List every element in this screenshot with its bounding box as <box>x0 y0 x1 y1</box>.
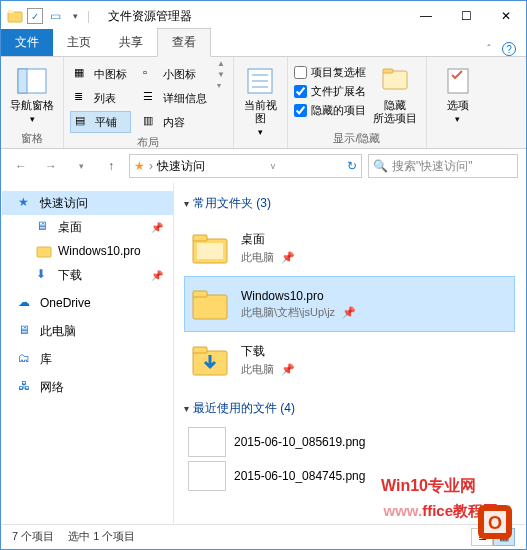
pin-icon: 📌 <box>151 270 163 281</box>
view-details-button[interactable]: ≣ <box>471 528 493 546</box>
tree-network[interactable]: 🖧 网络 <box>2 375 173 399</box>
pc-icon: 🖥 <box>18 323 34 339</box>
options-button[interactable]: 选项▾ <box>433 59 483 126</box>
search-placeholder: 搜索"快速访问" <box>392 158 473 175</box>
scroll-up-icon[interactable]: ▲ <box>217 59 225 68</box>
section-recent-files[interactable]: ▾ 最近使用的文件 (4) <box>184 400 515 417</box>
folder-item[interactable]: Windows10.pro此电脑\文档\jsUp\jz 📌 <box>184 276 515 332</box>
svg-rect-15 <box>193 295 227 319</box>
ribbon-group-showhide: 项目复选框 文件扩展名 隐藏的项目 隐藏所选项目 显示/隐藏 <box>288 57 427 148</box>
status-selected-count: 选中 1 个项目 <box>68 529 135 544</box>
refresh-button[interactable]: ↻ <box>347 159 357 173</box>
tab-file[interactable]: 文件 <box>1 29 53 56</box>
pin-icon: 📌 <box>342 306 356 318</box>
expand-icon[interactable]: ▾ <box>217 81 225 90</box>
layout-tiles[interactable]: ▤平铺 <box>70 111 131 133</box>
svg-rect-9 <box>383 69 393 73</box>
status-item-count: 7 个项目 <box>12 529 54 544</box>
section-frequent-folders[interactable]: ▾ 常用文件夹 (3) <box>184 195 515 212</box>
minimize-button[interactable]: — <box>406 1 446 31</box>
hide-label-1: 隐藏 <box>384 99 406 111</box>
tab-share[interactable]: 共享 <box>105 29 157 56</box>
checkbox-file-extensions[interactable]: 文件扩展名 <box>294 84 366 99</box>
hide-selected-button[interactable]: 隐藏所选项目 <box>370 59 420 125</box>
divider: | <box>87 9 90 23</box>
folder-name: 下载 <box>241 343 295 360</box>
pin-icon: 📌 <box>281 363 295 375</box>
properties-icon[interactable]: ▭ <box>47 8 63 24</box>
spacer <box>240 139 281 155</box>
breadcrumb-current[interactable]: 快速访问 <box>157 158 205 175</box>
recent-locations-button[interactable]: ▾ <box>69 154 93 178</box>
folder-info: 下载此电脑 📌 <box>241 343 295 377</box>
layout-details[interactable]: ☰详细信息 <box>139 87 211 109</box>
svg-rect-0 <box>8 12 22 22</box>
tree-onedrive[interactable]: ☁ OneDrive <box>2 291 173 315</box>
file-name: 2015-06-10_084745.png <box>234 469 365 483</box>
star-icon: ★ <box>134 159 145 173</box>
ribbon-group-curview: 当前视图▾ <box>234 57 288 148</box>
window-controls: — ☐ ✕ <box>406 1 526 31</box>
folder-icon <box>36 243 52 259</box>
title-bar: ✓ ▭ ▾ | 文件资源管理器 — ☐ ✕ <box>1 1 526 31</box>
tree-desktop[interactable]: 🖥 桌面 📌 <box>2 215 173 239</box>
help-button[interactable]: ˆ ? <box>477 42 526 57</box>
view-toggle: ≣ ▦ <box>471 528 515 546</box>
file-item[interactable]: 2015-06-10_084745.png <box>184 459 515 493</box>
desktop-icon: 🖥 <box>36 219 52 235</box>
layout-medium-icons[interactable]: ▦中图标 <box>70 63 131 85</box>
forward-button[interactable]: → <box>39 154 63 178</box>
chevron-down-icon: ▾ <box>30 114 35 124</box>
qat-dropdown-icon[interactable]: ▾ <box>67 8 83 24</box>
chevron-down-icon: ▾ <box>184 198 189 209</box>
tree-downloads[interactable]: ⬇ 下载 📌 <box>2 263 173 287</box>
chevron-up-icon: ˆ <box>487 44 490 55</box>
library-icon: 🗂 <box>18 351 34 367</box>
folder-path: 此电脑\文档\jsUp\jz 📌 <box>241 305 356 320</box>
tree-quick-access[interactable]: ★ 快速访问 <box>2 191 173 215</box>
file-item[interactable]: 2015-06-10_085619.png <box>184 425 515 459</box>
star-icon: ★ <box>18 195 34 211</box>
back-button[interactable]: ← <box>9 154 33 178</box>
current-view-button[interactable]: 当前视图▾ <box>240 59 281 139</box>
nav-pane-button[interactable]: 导航窗格▾ <box>7 59 57 126</box>
view-tiles-button[interactable]: ▦ <box>493 528 515 546</box>
address-bar: ← → ▾ ↑ ★ › 快速访问 v ↻ 🔍 搜索"快速访问" <box>1 149 526 183</box>
checkbox-hidden-items[interactable]: 隐藏的项目 <box>294 103 366 118</box>
chevron-right-icon[interactable]: › <box>149 159 153 173</box>
maximize-button[interactable]: ☐ <box>446 1 486 31</box>
svg-rect-11 <box>37 247 51 257</box>
chevron-down-icon[interactable]: v <box>271 161 276 171</box>
close-button[interactable]: ✕ <box>486 1 526 31</box>
folder-item[interactable]: 桌面此电脑 📌 <box>184 220 515 276</box>
tab-home[interactable]: 主页 <box>53 29 105 56</box>
svg-rect-1 <box>8 10 14 13</box>
checkbox-item-checkboxes[interactable]: 项目复选框 <box>294 65 366 80</box>
layout-list[interactable]: ≣列表 <box>70 87 131 109</box>
tree-this-pc[interactable]: 🖥 此电脑 <box>2 319 173 343</box>
content-pane: ▾ 常用文件夹 (3) 桌面此电脑 📌Windows10.pro此电脑\文档\j… <box>174 183 525 523</box>
chevron-down-icon: ▾ <box>455 114 460 124</box>
checkbox-icon[interactable]: ✓ <box>27 8 43 24</box>
search-input[interactable]: 🔍 搜索"快速访问" <box>368 154 518 178</box>
quick-access-toolbar: ✓ ▭ ▾ | <box>1 8 96 24</box>
folder-info: 桌面此电脑 📌 <box>241 231 295 265</box>
tab-view[interactable]: 查看 <box>157 28 211 57</box>
chevron-down-icon: ▾ <box>184 403 189 414</box>
group-label-showhide: 显示/隐藏 <box>294 129 420 148</box>
tree-windows10pro[interactable]: Windows10.pro <box>2 239 173 263</box>
folder-icon <box>189 283 231 325</box>
explorer-icon <box>7 8 23 24</box>
up-button[interactable]: ↑ <box>99 154 123 178</box>
layout-content[interactable]: ▥内容 <box>139 111 211 133</box>
svg-rect-8 <box>383 71 407 89</box>
tree-libraries[interactable]: 🗂 库 <box>2 347 173 371</box>
scroll-down-icon[interactable]: ▼ <box>217 70 225 79</box>
folder-item[interactable]: 下载此电脑 📌 <box>184 332 515 388</box>
nav-tree: ★ 快速访问 🖥 桌面 📌 Windows10.pro ⬇ 下载 📌 ☁ One… <box>2 183 174 523</box>
svg-rect-13 <box>193 235 207 241</box>
spacer <box>433 132 483 148</box>
layout-small-icons[interactable]: ▫小图标 <box>139 63 211 85</box>
breadcrumb[interactable]: ★ › 快速访问 v ↻ <box>129 154 362 178</box>
pin-icon: 📌 <box>281 251 295 263</box>
